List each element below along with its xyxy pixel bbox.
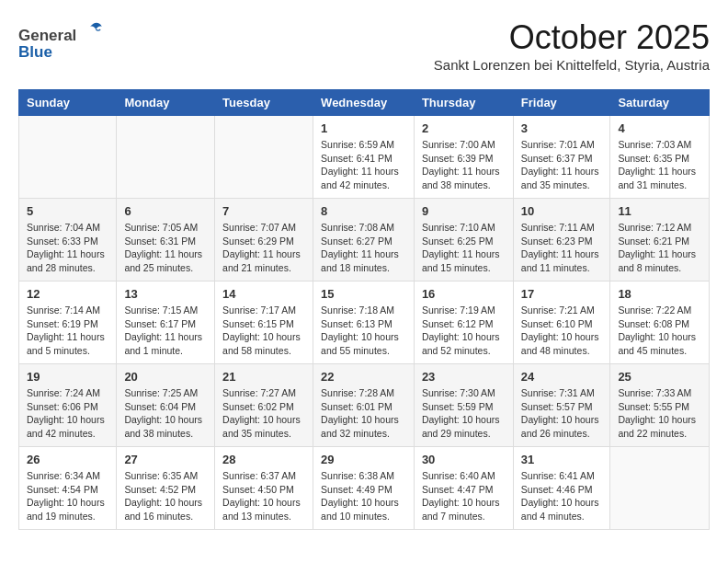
day-info: Sunrise: 7:33 AMSunset: 5:55 PMDaylight:… — [618, 386, 701, 441]
calendar-cell — [19, 116, 117, 199]
logo-text: General Blue — [18, 18, 105, 62]
day-info: Sunrise: 6:59 AMSunset: 6:41 PMDaylight:… — [321, 138, 406, 192]
day-number: 10 — [521, 204, 603, 218]
day-number: 2 — [422, 121, 506, 135]
month-title: October 2025 — [434, 18, 710, 57]
day-number: 17 — [521, 287, 603, 301]
calendar-cell: 21Sunrise: 7:27 AMSunset: 6:02 PMDayligh… — [215, 364, 313, 447]
calendar-cell: 13Sunrise: 7:15 AMSunset: 6:17 PMDayligh… — [117, 282, 215, 364]
calendar-cell: 16Sunrise: 7:19 AMSunset: 6:12 PMDayligh… — [414, 282, 513, 364]
calendar-cell — [215, 116, 313, 199]
day-number: 15 — [321, 287, 406, 301]
day-number: 25 — [618, 370, 701, 384]
day-info: Sunrise: 7:17 AMSunset: 6:15 PMDaylight:… — [222, 304, 305, 358]
calendar-cell: 25Sunrise: 7:33 AMSunset: 5:55 PMDayligh… — [610, 364, 710, 447]
day-number: 19 — [27, 370, 108, 384]
calendar-table: SundayMondayTuesdayWednesdayThursdayFrid… — [18, 89, 710, 530]
day-number: 6 — [124, 204, 207, 218]
day-info: Sunrise: 7:28 AMSunset: 6:01 PMDaylight:… — [321, 386, 406, 441]
day-info: Sunrise: 7:01 AMSunset: 6:37 PMDaylight:… — [521, 138, 603, 192]
day-info: Sunrise: 7:25 AMSunset: 6:04 PMDaylight:… — [124, 386, 207, 441]
day-info: Sunrise: 7:12 AMSunset: 6:21 PMDaylight:… — [618, 221, 701, 275]
day-info: Sunrise: 7:04 AMSunset: 6:33 PMDaylight:… — [27, 221, 108, 275]
day-info: Sunrise: 7:24 AMSunset: 6:06 PMDaylight:… — [27, 386, 108, 441]
calendar-cell: 23Sunrise: 7:30 AMSunset: 5:59 PMDayligh… — [414, 364, 513, 447]
calendar-cell: 8Sunrise: 7:08 AMSunset: 6:27 PMDaylight… — [313, 199, 415, 282]
day-number: 28 — [222, 453, 305, 466]
calendar-cell: 1Sunrise: 6:59 AMSunset: 6:41 PMDaylight… — [313, 116, 415, 199]
calendar-cell: 31Sunrise: 6:41 AMSunset: 4:46 PMDayligh… — [513, 447, 610, 530]
weekday-header-wednesday: Wednesday — [313, 90, 415, 116]
day-info: Sunrise: 6:38 AMSunset: 4:49 PMDaylight:… — [321, 469, 406, 523]
day-info: Sunrise: 6:41 AMSunset: 4:46 PMDaylight:… — [521, 469, 603, 523]
calendar-cell: 20Sunrise: 7:25 AMSunset: 6:04 PMDayligh… — [117, 364, 215, 447]
day-info: Sunrise: 7:15 AMSunset: 6:17 PMDaylight:… — [124, 304, 207, 358]
calendar-week-row: 5Sunrise: 7:04 AMSunset: 6:33 PMDaylight… — [19, 199, 710, 282]
day-number: 5 — [27, 204, 108, 218]
day-number: 12 — [27, 287, 108, 301]
day-info: Sunrise: 7:30 AMSunset: 5:59 PMDaylight:… — [422, 386, 506, 441]
calendar-cell — [117, 116, 215, 199]
day-number: 20 — [124, 370, 207, 384]
day-number: 22 — [321, 370, 406, 384]
day-info: Sunrise: 7:21 AMSunset: 6:10 PMDaylight:… — [521, 304, 603, 358]
day-number: 24 — [521, 370, 603, 384]
day-number: 14 — [222, 287, 305, 301]
day-info: Sunrise: 7:27 AMSunset: 6:02 PMDaylight:… — [222, 386, 305, 441]
day-number: 18 — [618, 287, 701, 301]
calendar-cell: 11Sunrise: 7:12 AMSunset: 6:21 PMDayligh… — [610, 199, 710, 282]
day-number: 8 — [321, 204, 406, 218]
day-number: 21 — [222, 370, 305, 384]
calendar-cell: 15Sunrise: 7:18 AMSunset: 6:13 PMDayligh… — [313, 282, 415, 364]
location-subtitle: Sankt Lorenzen bei Knittelfeld, Styria, … — [434, 57, 710, 73]
calendar-cell: 6Sunrise: 7:05 AMSunset: 6:31 PMDaylight… — [117, 199, 215, 282]
day-number: 30 — [422, 453, 506, 466]
calendar-cell — [610, 447, 710, 530]
calendar-week-row: 1Sunrise: 6:59 AMSunset: 6:41 PMDaylight… — [19, 116, 710, 199]
calendar-cell: 9Sunrise: 7:10 AMSunset: 6:25 PMDaylight… — [414, 199, 513, 282]
weekday-header-row: SundayMondayTuesdayWednesdayThursdayFrid… — [19, 90, 710, 116]
day-info: Sunrise: 7:05 AMSunset: 6:31 PMDaylight:… — [124, 221, 207, 275]
calendar-cell: 14Sunrise: 7:17 AMSunset: 6:15 PMDayligh… — [215, 282, 313, 364]
day-info: Sunrise: 7:10 AMSunset: 6:25 PMDaylight:… — [422, 221, 506, 275]
weekday-header-sunday: Sunday — [19, 90, 117, 116]
page-header: General Blue October 2025 Sankt Lorenzen… — [18, 18, 710, 82]
calendar-week-row: 26Sunrise: 6:34 AMSunset: 4:54 PMDayligh… — [19, 447, 710, 530]
day-number: 31 — [521, 453, 603, 466]
day-number: 4 — [618, 121, 701, 135]
calendar-cell: 2Sunrise: 7:00 AMSunset: 6:39 PMDaylight… — [414, 116, 513, 199]
day-number: 11 — [618, 204, 701, 218]
day-info: Sunrise: 7:03 AMSunset: 6:35 PMDaylight:… — [618, 138, 701, 192]
day-info: Sunrise: 7:11 AMSunset: 6:23 PMDaylight:… — [521, 221, 603, 275]
calendar-cell: 19Sunrise: 7:24 AMSunset: 6:06 PMDayligh… — [19, 364, 117, 447]
day-info: Sunrise: 7:19 AMSunset: 6:12 PMDaylight:… — [422, 304, 506, 358]
day-info: Sunrise: 7:07 AMSunset: 6:29 PMDaylight:… — [222, 221, 305, 275]
day-number: 1 — [321, 121, 406, 135]
weekday-header-friday: Friday — [513, 90, 610, 116]
day-info: Sunrise: 7:00 AMSunset: 6:39 PMDaylight:… — [422, 138, 506, 192]
calendar-cell: 5Sunrise: 7:04 AMSunset: 6:33 PMDaylight… — [19, 199, 117, 282]
calendar-cell: 7Sunrise: 7:07 AMSunset: 6:29 PMDaylight… — [215, 199, 313, 282]
calendar-cell: 18Sunrise: 7:22 AMSunset: 6:08 PMDayligh… — [610, 282, 710, 364]
calendar-week-row: 12Sunrise: 7:14 AMSunset: 6:19 PMDayligh… — [19, 282, 710, 364]
calendar-cell: 29Sunrise: 6:38 AMSunset: 4:49 PMDayligh… — [313, 447, 415, 530]
day-info: Sunrise: 6:37 AMSunset: 4:50 PMDaylight:… — [222, 469, 305, 523]
day-number: 29 — [321, 453, 406, 466]
day-number: 3 — [521, 121, 603, 135]
calendar-cell: 10Sunrise: 7:11 AMSunset: 6:23 PMDayligh… — [513, 199, 610, 282]
day-info: Sunrise: 7:14 AMSunset: 6:19 PMDaylight:… — [27, 304, 108, 358]
day-info: Sunrise: 6:35 AMSunset: 4:52 PMDaylight:… — [124, 469, 207, 523]
calendar-cell: 26Sunrise: 6:34 AMSunset: 4:54 PMDayligh… — [19, 447, 117, 530]
day-info: Sunrise: 6:34 AMSunset: 4:54 PMDaylight:… — [27, 469, 108, 523]
calendar-week-row: 19Sunrise: 7:24 AMSunset: 6:06 PMDayligh… — [19, 364, 710, 447]
day-info: Sunrise: 7:08 AMSunset: 6:27 PMDaylight:… — [321, 221, 406, 275]
calendar-cell: 12Sunrise: 7:14 AMSunset: 6:19 PMDayligh… — [19, 282, 117, 364]
title-block: October 2025 Sankt Lorenzen bei Knittelf… — [434, 18, 710, 82]
day-info: Sunrise: 7:22 AMSunset: 6:08 PMDaylight:… — [618, 304, 701, 358]
day-number: 26 — [27, 453, 108, 466]
day-number: 9 — [422, 204, 506, 218]
day-number: 13 — [124, 287, 207, 301]
logo-blue: Blue — [18, 43, 105, 62]
weekday-header-tuesday: Tuesday — [215, 90, 313, 116]
calendar-cell: 30Sunrise: 6:40 AMSunset: 4:47 PMDayligh… — [414, 447, 513, 530]
